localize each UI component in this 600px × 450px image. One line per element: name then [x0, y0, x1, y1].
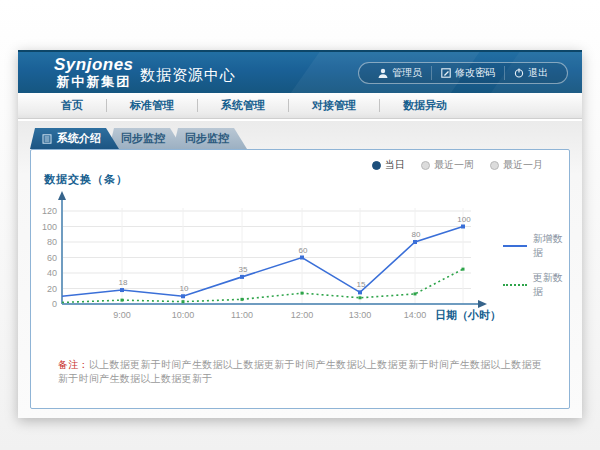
tab-label: 同步监控: [185, 131, 229, 146]
brand-logo-en: Synjones: [54, 56, 134, 75]
edit-icon: [441, 68, 451, 78]
nav-item-system-mgmt[interactable]: 系统管理: [198, 93, 288, 118]
x-axis-title: 日期（小时）: [435, 308, 501, 323]
svg-text:18: 18: [119, 278, 128, 287]
document-icon: [42, 134, 52, 144]
svg-text:60: 60: [299, 246, 308, 255]
svg-text:40: 40: [47, 268, 57, 278]
legend-label: 更新数据: [533, 271, 569, 299]
tab-label: 同步监控: [121, 131, 165, 146]
footnote: 备注：以上数据更新于时间产生数据以上数据更新于时间产生数据以上数据更新于时间产生…: [58, 358, 548, 386]
svg-text:60: 60: [47, 253, 57, 263]
change-password-label: 修改密码: [455, 66, 495, 80]
nav-item-home[interactable]: 首页: [38, 93, 106, 118]
user-toolbar: 管理员 修改密码 退出: [358, 62, 568, 84]
svg-text:11:00: 11:00: [231, 310, 253, 320]
change-password-button[interactable]: 修改密码: [431, 66, 504, 80]
tab-label: 系统介绍: [57, 131, 101, 146]
logout-button[interactable]: 退出: [504, 66, 557, 80]
legend-label: 新增数据: [533, 232, 569, 260]
svg-text:100: 100: [457, 215, 471, 224]
logout-icon: [514, 68, 524, 78]
tab-bar: 系统介绍 同步监控 同步监控: [30, 128, 247, 149]
solid-line-swatch: [503, 245, 527, 247]
dotted-line-swatch: [503, 284, 527, 286]
svg-text:0: 0: [52, 299, 57, 309]
app-header: Synjones 新中新集团 数据资源中心 管理员 修改密码 退出: [18, 50, 582, 93]
svg-text:80: 80: [412, 230, 421, 239]
page-title: 数据资源中心: [140, 66, 236, 85]
content-area: 系统介绍 同步监控 同步监控 当日 最近一周: [18, 121, 582, 418]
tab-sync-monitor-1[interactable]: 同步监控: [109, 128, 183, 149]
legend-item-updated-data[interactable]: 更新数据: [503, 271, 569, 299]
footnote-text: 以上数据更新于时间产生数据以上数据更新于时间产生数据以上数据更新于时间产生数据以…: [58, 359, 542, 384]
svg-text:10:00: 10:00: [172, 310, 195, 320]
nav-item-standard-mgmt[interactable]: 标准管理: [107, 93, 197, 118]
svg-text:100: 100: [42, 222, 57, 232]
current-user-button[interactable]: 管理员: [369, 66, 431, 80]
legend-item-new-data[interactable]: 新增数据: [503, 232, 569, 260]
brand-logo-cn: 新中新集团: [54, 75, 134, 89]
svg-text:35: 35: [239, 265, 248, 274]
nav-item-data-change[interactable]: 数据异动: [380, 93, 470, 118]
series-legend: 新增数据 更新数据: [503, 232, 569, 299]
user-label: 管理员: [392, 66, 422, 80]
main-nav: 首页 标准管理 系统管理 对接管理 数据异动: [18, 93, 582, 119]
app-window: Synjones 新中新集团 数据资源中心 管理员 修改密码 退出 首页 标准管…: [18, 50, 582, 418]
tab-sync-monitor-2[interactable]: 同步监控: [173, 128, 247, 149]
svg-text:14:00: 14:00: [404, 310, 427, 320]
svg-text:9:00: 9:00: [113, 310, 131, 320]
chart-panel: 当日 最近一周 最近一月 数据交换（条） 0204060801001209:00…: [30, 149, 570, 409]
svg-text:12:00: 12:00: [291, 310, 314, 320]
svg-text:13:00: 13:00: [349, 310, 372, 320]
footnote-prefix: 备注：: [58, 359, 89, 370]
user-icon: [378, 68, 388, 78]
nav-item-interface-mgmt[interactable]: 对接管理: [289, 93, 379, 118]
brand-logo: Synjones 新中新集团: [54, 56, 134, 89]
svg-text:20: 20: [47, 284, 57, 294]
svg-text:15: 15: [357, 280, 366, 289]
svg-text:80: 80: [47, 237, 57, 247]
logout-label: 退出: [528, 66, 548, 80]
tab-system-intro[interactable]: 系统介绍: [30, 128, 119, 149]
svg-text:120: 120: [42, 206, 57, 216]
svg-text:10: 10: [180, 284, 189, 293]
